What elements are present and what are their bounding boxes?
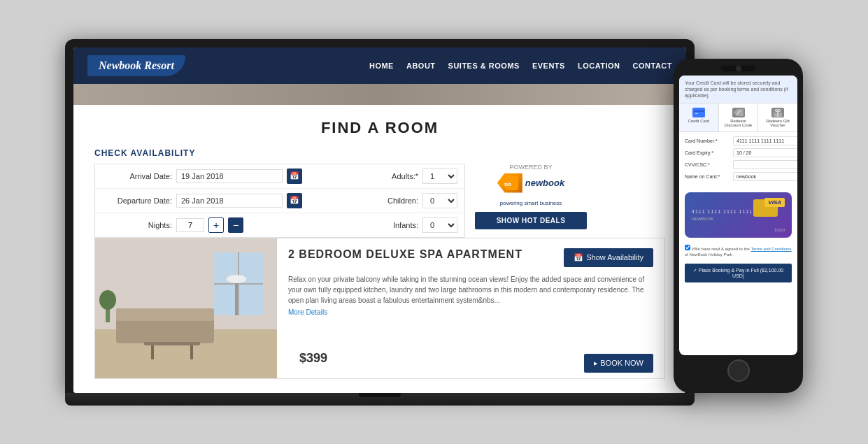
terms-suffix: of NewBook Holiday Park (685, 252, 732, 257)
newbook-tagline: powering smart business (475, 200, 587, 206)
card-expiry-input[interactable] (733, 148, 797, 157)
departure-label: Departure Date: (102, 196, 172, 205)
credit-card-tab-icon (692, 108, 705, 117)
card-number-row: Card Number:* (685, 136, 792, 145)
phone-top-bar: Your Credit Card will be stored securely… (679, 76, 797, 103)
nav-home[interactable]: HOME (369, 62, 394, 70)
visa-logo: VISA (764, 198, 785, 207)
name-label: Name on Card:* (685, 174, 730, 179)
show-availability-button[interactable]: 📅 Show Availability (564, 248, 653, 267)
cvv-row: CVV/CSC:* i (685, 160, 792, 169)
children-label: Children: (348, 196, 418, 205)
nights-increment-button[interactable]: + (208, 217, 224, 233)
svg-rect-10 (151, 345, 154, 359)
terms-prefix: I/We have read & agreed to the (692, 247, 750, 251)
show-availability-label: Show Availability (586, 253, 643, 262)
svg-rect-9 (144, 342, 200, 345)
room-listing: 2 BEDROOM DELUXE SPA APARTMENT 📅 Show Av… (94, 238, 665, 379)
nav-events[interactable]: EVENTS (532, 62, 565, 70)
gift-tab-icon (771, 108, 784, 117)
discount-tab-label: Redeem Discount Code (722, 119, 755, 127)
adults-select[interactable]: 123 (422, 169, 457, 184)
departure-calendar-icon[interactable]: 📅 (287, 193, 302, 208)
gift-tab-label: Redeem Gift Voucher (761, 119, 795, 127)
credit-card-tab-label: Credit Card (688, 119, 709, 123)
svg-point-15 (99, 290, 116, 310)
hero-strip (73, 84, 686, 105)
svg-rect-11 (190, 345, 193, 359)
phone-terms: I/We have read & agreed to the Terms and… (679, 242, 797, 261)
room-image (95, 238, 277, 378)
credit-card-tab[interactable]: Credit Card (679, 103, 719, 131)
cvv-input[interactable] (733, 160, 797, 169)
show-hot-deals-button[interactable]: SHOW HOT DEALS (475, 212, 587, 229)
logo-area: Newbook Resort (87, 55, 185, 76)
svg-rect-12 (235, 280, 238, 315)
nights-decrement-button[interactable]: − (228, 217, 243, 233)
laptop-base (65, 393, 695, 406)
card-visual: 4111 1111 1111 1111 NEWBOOK 10/20 VISA (685, 192, 792, 238)
svg-rect-8 (116, 308, 214, 321)
card-expiry-row: Card Expiry:* (685, 148, 792, 157)
newbook-logo-icon: nb (497, 173, 522, 193)
card-number-label: Card Number:* (685, 138, 730, 143)
nav-contact[interactable]: CONTACT (633, 62, 672, 70)
cvv-label: CVV/CSC:* (685, 162, 730, 167)
discount-tab[interactable]: Redeem Discount Code (719, 103, 759, 131)
infants-select[interactable]: 01 (422, 217, 457, 233)
card-visual-number: 4111 1111 1111 1111 (692, 209, 785, 214)
site-nav: Newbook Resort HOME ABOUT SUITES & ROOMS… (73, 48, 686, 84)
nav-about[interactable]: ABOUT (406, 62, 436, 70)
svg-text:nb: nb (504, 181, 511, 187)
room-title: 2 BEDROOM DELUXE SPA APARTMENT (288, 248, 522, 261)
svg-rect-16 (694, 109, 704, 116)
discount-tab-icon (732, 108, 745, 117)
terms-checkbox-label[interactable]: I/We have read & agreed to the Terms and… (685, 247, 792, 257)
nav-links: HOME ABOUT SUITES & ROOMS EVENTS LOCATIO… (369, 62, 672, 70)
nav-location[interactable]: LOCATION (578, 62, 620, 70)
departure-row: Departure Date: 📅 Children: 012 (95, 189, 464, 213)
book-now-button[interactable]: ▸ BOOK NOW (584, 354, 653, 373)
card-expiry-label: Card Expiry:* (685, 150, 730, 155)
name-row: Name on Card:* (685, 172, 792, 181)
infants-label: Infants: (348, 221, 418, 229)
phone-notch (721, 66, 756, 71)
page-title: FIND A ROOM (94, 119, 665, 137)
nav-suites[interactable]: SUITES & ROOMS (448, 62, 520, 70)
more-details-link[interactable]: More Details (288, 308, 653, 316)
scene: Newbook Resort HOME ABOUT SUITES & ROOMS… (50, 39, 819, 406)
svg-point-13 (227, 275, 246, 283)
laptop: Newbook Resort HOME ABOUT SUITES & ROOMS… (65, 39, 695, 406)
gift-tab[interactable]: Redeem Gift Voucher (758, 103, 797, 131)
laptop-screen-outer: Newbook Resort HOME ABOUT SUITES & ROOMS… (65, 39, 695, 393)
phone-payment-tabs: Credit Card Redeem Discount Code Redeem … (679, 103, 797, 132)
newbook-logo: nb newbook (475, 173, 587, 193)
room-details: 2 BEDROOM DELUXE SPA APARTMENT 📅 Show Av… (277, 238, 664, 378)
phone-screen: Your Credit Card will be stored securely… (679, 76, 797, 355)
check-avail-title: CHECK AVAILABILITY (94, 148, 665, 158)
nights-label: Nights: (102, 221, 172, 229)
svg-rect-6 (214, 283, 263, 285)
calendar-icon: 📅 (574, 253, 583, 262)
card-visual-name: NEWBOOK (692, 217, 785, 221)
arrival-calendar-icon[interactable]: 📅 (287, 169, 302, 184)
name-input[interactable] (733, 172, 797, 181)
children-select[interactable]: 012 (422, 193, 457, 208)
terms-link[interactable]: Terms and Conditions (751, 247, 792, 251)
svg-rect-18 (695, 113, 698, 114)
arrival-date-input[interactable] (176, 169, 283, 183)
departure-date-input[interactable] (176, 194, 283, 208)
phone-form: Card Number:* Card Expiry:* CVV/CSC:* i … (679, 132, 797, 188)
card-number-input[interactable] (733, 136, 797, 145)
availability-form: Arrival Date: 📅 Adults:* 123 (94, 164, 465, 238)
powered-by-text: POWERED BY (475, 164, 587, 171)
logo-text: Newbook Resort (99, 59, 174, 71)
place-booking-button[interactable]: ✓ Place Booking & Pay in Full ($2,100.00… (685, 264, 792, 282)
phone: Your Credit Card will be stored securely… (674, 59, 803, 393)
arrival-label: Arrival Date: (102, 172, 172, 180)
phone-home-button[interactable] (727, 359, 750, 382)
newbook-brand-name: newbook (525, 178, 564, 188)
terms-checkbox[interactable] (685, 245, 690, 250)
check-availability-section: CHECK AVAILABILITY Arrival Date: 📅 Adult… (94, 148, 665, 158)
nights-input[interactable] (176, 218, 204, 232)
